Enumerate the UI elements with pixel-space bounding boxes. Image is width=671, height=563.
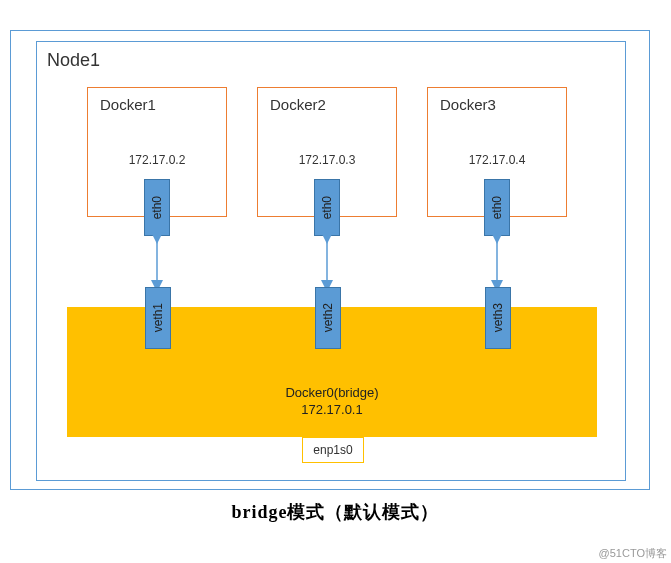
docker-ip: 172.17.0.2	[88, 153, 226, 167]
docker-title: Docker2	[270, 96, 326, 113]
bridge-name: Docker0(bridge)	[285, 385, 378, 400]
bridge-box: veth1 veth2 veth3 Docker0(bridge) 172.17…	[67, 307, 597, 437]
docker-box-3: Docker3 172.17.0.4 eth0	[427, 87, 567, 217]
eth0-iface: eth0	[314, 179, 340, 236]
veth1-iface: veth1	[145, 287, 171, 349]
eth0-iface: eth0	[144, 179, 170, 236]
bridge-label: Docker0(bridge) 172.17.0.1	[67, 385, 597, 419]
veth-label: veth3	[491, 303, 505, 332]
docker-ip: 172.17.0.4	[428, 153, 566, 167]
watermark: @51CTO博客	[599, 546, 667, 561]
bridge-ip: 172.17.0.1	[301, 402, 362, 417]
veth-label: veth1	[151, 303, 165, 332]
veth-label: veth2	[321, 303, 335, 332]
docker-box-1: Docker1 172.17.0.2 eth0	[87, 87, 227, 217]
eth-label: eth0	[150, 196, 164, 219]
docker-box-2: Docker2 172.17.0.3 eth0	[257, 87, 397, 217]
eth-label: eth0	[490, 196, 504, 219]
physical-nic: enp1s0	[302, 437, 364, 463]
outer-frame: Node1 Docker1 172.17.0.2 eth0 Docker2 17…	[10, 30, 650, 490]
node-title: Node1	[47, 50, 100, 71]
diagram-caption: bridge模式（默认模式）	[0, 500, 671, 524]
eth-label: eth0	[320, 196, 334, 219]
docker-ip: 172.17.0.3	[258, 153, 396, 167]
node-box: Node1 Docker1 172.17.0.2 eth0 Docker2 17…	[36, 41, 626, 481]
veth3-iface: veth3	[485, 287, 511, 349]
docker-title: Docker3	[440, 96, 496, 113]
docker-title: Docker1	[100, 96, 156, 113]
eth0-iface: eth0	[484, 179, 510, 236]
veth2-iface: veth2	[315, 287, 341, 349]
